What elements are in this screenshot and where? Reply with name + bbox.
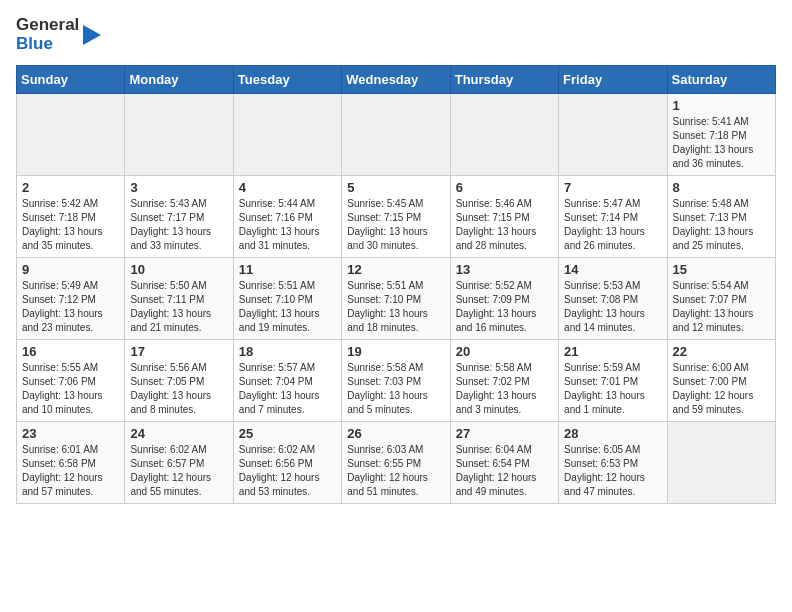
day-info: Sunrise: 5:59 AM Sunset: 7:01 PM Dayligh…	[564, 361, 661, 417]
day-info: Sunrise: 5:49 AM Sunset: 7:12 PM Dayligh…	[22, 279, 119, 335]
calendar-cell: 10Sunrise: 5:50 AM Sunset: 7:11 PM Dayli…	[125, 258, 233, 340]
page-header: General Blue	[16, 16, 776, 53]
calendar-week-2: 2Sunrise: 5:42 AM Sunset: 7:18 PM Daylig…	[17, 176, 776, 258]
day-info: Sunrise: 5:58 AM Sunset: 7:02 PM Dayligh…	[456, 361, 553, 417]
calendar-cell: 16Sunrise: 5:55 AM Sunset: 7:06 PM Dayli…	[17, 340, 125, 422]
calendar-cell	[450, 94, 558, 176]
day-info: Sunrise: 5:58 AM Sunset: 7:03 PM Dayligh…	[347, 361, 444, 417]
day-info: Sunrise: 5:51 AM Sunset: 7:10 PM Dayligh…	[347, 279, 444, 335]
svg-marker-0	[83, 25, 101, 45]
calendar-cell: 13Sunrise: 5:52 AM Sunset: 7:09 PM Dayli…	[450, 258, 558, 340]
calendar-cell	[342, 94, 450, 176]
calendar-cell	[125, 94, 233, 176]
day-number: 25	[239, 426, 336, 441]
day-number: 1	[673, 98, 770, 113]
calendar-cell: 21Sunrise: 5:59 AM Sunset: 7:01 PM Dayli…	[559, 340, 667, 422]
day-info: Sunrise: 5:50 AM Sunset: 7:11 PM Dayligh…	[130, 279, 227, 335]
logo-blue-text: Blue	[16, 35, 79, 54]
day-info: Sunrise: 5:56 AM Sunset: 7:05 PM Dayligh…	[130, 361, 227, 417]
day-number: 23	[22, 426, 119, 441]
calendar-header-monday: Monday	[125, 66, 233, 94]
day-number: 4	[239, 180, 336, 195]
calendar-header-thursday: Thursday	[450, 66, 558, 94]
day-number: 16	[22, 344, 119, 359]
day-number: 5	[347, 180, 444, 195]
logo: General Blue	[16, 16, 103, 53]
calendar-header-friday: Friday	[559, 66, 667, 94]
day-number: 17	[130, 344, 227, 359]
day-number: 20	[456, 344, 553, 359]
calendar-week-1: 1Sunrise: 5:41 AM Sunset: 7:18 PM Daylig…	[17, 94, 776, 176]
day-info: Sunrise: 5:57 AM Sunset: 7:04 PM Dayligh…	[239, 361, 336, 417]
day-info: Sunrise: 6:01 AM Sunset: 6:58 PM Dayligh…	[22, 443, 119, 499]
day-info: Sunrise: 5:51 AM Sunset: 7:10 PM Dayligh…	[239, 279, 336, 335]
calendar-week-5: 23Sunrise: 6:01 AM Sunset: 6:58 PM Dayli…	[17, 422, 776, 504]
day-info: Sunrise: 5:55 AM Sunset: 7:06 PM Dayligh…	[22, 361, 119, 417]
calendar-cell: 17Sunrise: 5:56 AM Sunset: 7:05 PM Dayli…	[125, 340, 233, 422]
day-info: Sunrise: 5:45 AM Sunset: 7:15 PM Dayligh…	[347, 197, 444, 253]
day-info: Sunrise: 6:02 AM Sunset: 6:57 PM Dayligh…	[130, 443, 227, 499]
calendar-cell: 4Sunrise: 5:44 AM Sunset: 7:16 PM Daylig…	[233, 176, 341, 258]
day-number: 15	[673, 262, 770, 277]
calendar-cell: 15Sunrise: 5:54 AM Sunset: 7:07 PM Dayli…	[667, 258, 775, 340]
day-number: 19	[347, 344, 444, 359]
calendar-cell: 24Sunrise: 6:02 AM Sunset: 6:57 PM Dayli…	[125, 422, 233, 504]
day-number: 27	[456, 426, 553, 441]
calendar-cell: 2Sunrise: 5:42 AM Sunset: 7:18 PM Daylig…	[17, 176, 125, 258]
day-info: Sunrise: 6:03 AM Sunset: 6:55 PM Dayligh…	[347, 443, 444, 499]
calendar-cell: 20Sunrise: 5:58 AM Sunset: 7:02 PM Dayli…	[450, 340, 558, 422]
calendar-cell: 27Sunrise: 6:04 AM Sunset: 6:54 PM Dayli…	[450, 422, 558, 504]
day-number: 18	[239, 344, 336, 359]
calendar-cell: 3Sunrise: 5:43 AM Sunset: 7:17 PM Daylig…	[125, 176, 233, 258]
calendar-cell: 5Sunrise: 5:45 AM Sunset: 7:15 PM Daylig…	[342, 176, 450, 258]
day-info: Sunrise: 6:04 AM Sunset: 6:54 PM Dayligh…	[456, 443, 553, 499]
day-number: 9	[22, 262, 119, 277]
calendar-table: SundayMondayTuesdayWednesdayThursdayFrid…	[16, 65, 776, 504]
day-number: 13	[456, 262, 553, 277]
day-info: Sunrise: 5:43 AM Sunset: 7:17 PM Dayligh…	[130, 197, 227, 253]
calendar-cell: 6Sunrise: 5:46 AM Sunset: 7:15 PM Daylig…	[450, 176, 558, 258]
calendar-header-tuesday: Tuesday	[233, 66, 341, 94]
day-info: Sunrise: 5:54 AM Sunset: 7:07 PM Dayligh…	[673, 279, 770, 335]
day-info: Sunrise: 6:02 AM Sunset: 6:56 PM Dayligh…	[239, 443, 336, 499]
calendar-header-saturday: Saturday	[667, 66, 775, 94]
day-info: Sunrise: 5:42 AM Sunset: 7:18 PM Dayligh…	[22, 197, 119, 253]
day-number: 7	[564, 180, 661, 195]
day-number: 2	[22, 180, 119, 195]
day-info: Sunrise: 5:52 AM Sunset: 7:09 PM Dayligh…	[456, 279, 553, 335]
calendar-cell: 14Sunrise: 5:53 AM Sunset: 7:08 PM Dayli…	[559, 258, 667, 340]
calendar-cell: 11Sunrise: 5:51 AM Sunset: 7:10 PM Dayli…	[233, 258, 341, 340]
calendar-cell	[233, 94, 341, 176]
day-number: 12	[347, 262, 444, 277]
logo-arrow-icon	[81, 21, 103, 49]
day-number: 3	[130, 180, 227, 195]
calendar-cell: 8Sunrise: 5:48 AM Sunset: 7:13 PM Daylig…	[667, 176, 775, 258]
calendar-cell: 18Sunrise: 5:57 AM Sunset: 7:04 PM Dayli…	[233, 340, 341, 422]
calendar-cell: 28Sunrise: 6:05 AM Sunset: 6:53 PM Dayli…	[559, 422, 667, 504]
day-info: Sunrise: 5:47 AM Sunset: 7:14 PM Dayligh…	[564, 197, 661, 253]
calendar-header-wednesday: Wednesday	[342, 66, 450, 94]
calendar-cell	[559, 94, 667, 176]
calendar-cell: 23Sunrise: 6:01 AM Sunset: 6:58 PM Dayli…	[17, 422, 125, 504]
day-number: 14	[564, 262, 661, 277]
day-info: Sunrise: 5:46 AM Sunset: 7:15 PM Dayligh…	[456, 197, 553, 253]
logo-general-text: General	[16, 16, 79, 35]
calendar-header-sunday: Sunday	[17, 66, 125, 94]
day-number: 22	[673, 344, 770, 359]
day-number: 11	[239, 262, 336, 277]
day-number: 8	[673, 180, 770, 195]
calendar-cell	[17, 94, 125, 176]
calendar-cell: 26Sunrise: 6:03 AM Sunset: 6:55 PM Dayli…	[342, 422, 450, 504]
calendar-cell: 1Sunrise: 5:41 AM Sunset: 7:18 PM Daylig…	[667, 94, 775, 176]
calendar-header-row: SundayMondayTuesdayWednesdayThursdayFrid…	[17, 66, 776, 94]
calendar-cell: 7Sunrise: 5:47 AM Sunset: 7:14 PM Daylig…	[559, 176, 667, 258]
day-number: 26	[347, 426, 444, 441]
day-info: Sunrise: 5:41 AM Sunset: 7:18 PM Dayligh…	[673, 115, 770, 171]
day-info: Sunrise: 5:53 AM Sunset: 7:08 PM Dayligh…	[564, 279, 661, 335]
calendar-cell: 22Sunrise: 6:00 AM Sunset: 7:00 PM Dayli…	[667, 340, 775, 422]
calendar-cell: 9Sunrise: 5:49 AM Sunset: 7:12 PM Daylig…	[17, 258, 125, 340]
day-info: Sunrise: 5:48 AM Sunset: 7:13 PM Dayligh…	[673, 197, 770, 253]
calendar-week-4: 16Sunrise: 5:55 AM Sunset: 7:06 PM Dayli…	[17, 340, 776, 422]
day-number: 24	[130, 426, 227, 441]
day-info: Sunrise: 5:44 AM Sunset: 7:16 PM Dayligh…	[239, 197, 336, 253]
